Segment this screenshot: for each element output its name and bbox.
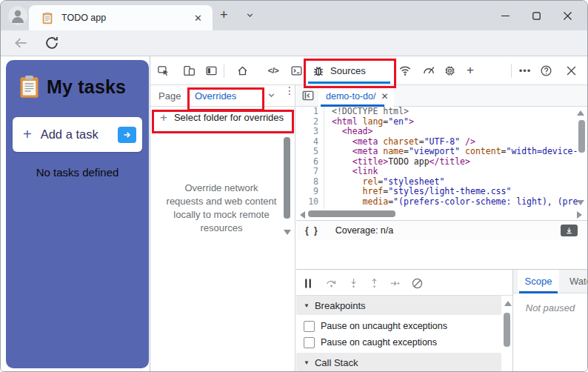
scroll-down-arrow-icon[interactable] (284, 230, 291, 235)
line-code: <!DOCTYPE html> (326, 107, 409, 117)
tab-close-icon[interactable]: ✕ (191, 13, 205, 24)
minimize-button[interactable] (490, 1, 521, 30)
refresh-button[interactable] (44, 35, 60, 51)
editor-hscrollbar[interactable] (296, 209, 587, 219)
tab-overrides[interactable]: Overrides (195, 90, 236, 102)
download-arrow-icon (565, 227, 573, 235)
network-panel-icon[interactable] (396, 62, 414, 79)
performance-panel-icon[interactable] (420, 62, 438, 79)
navigator-menu-kebab-icon[interactable]: ⋮ (284, 88, 295, 93)
help-icon[interactable] (537, 62, 555, 79)
inspect-icon[interactable] (154, 62, 172, 79)
line-number[interactable]: 3 (296, 127, 326, 137)
tab-scope[interactable]: Scope (518, 270, 559, 293)
back-button[interactable] (13, 35, 29, 51)
bug-icon (312, 64, 325, 78)
clipboard-icon (19, 75, 39, 99)
dock-side-icon[interactable] (202, 62, 220, 79)
scope-status: Not paused (513, 302, 587, 313)
scroll-up-arrow-icon[interactable] (504, 301, 512, 306)
scroll-up-arrow-icon[interactable] (577, 110, 584, 116)
add-task-button[interactable]: + Add a task (13, 117, 142, 152)
line-code: rel="stylesheet" (326, 177, 444, 187)
line-code: <meta charset="UTF-8" /> (326, 137, 475, 147)
step-into-icon[interactable] (345, 275, 361, 291)
line-code: <link (326, 167, 378, 177)
scope-tab-bar: Scope Watch (513, 270, 587, 293)
welcome-home-icon[interactable] (233, 62, 251, 79)
pause-uncaught-row[interactable]: Pause on uncaught exceptions (296, 319, 501, 333)
tab-title: TODO app (61, 13, 191, 23)
editor-hscrollbar-thumb[interactable] (308, 210, 395, 217)
scroll-left-arrow-icon[interactable] (300, 211, 305, 219)
call-stack-label: Call Stack (315, 357, 358, 368)
step-out-icon[interactable] (366, 275, 382, 291)
more-tools-plus-icon[interactable]: + (461, 62, 479, 79)
deactivate-breakpoints-icon[interactable] (409, 275, 425, 291)
sources-navigator-pane: Page Overrides ⋮ + Select folder for ove… (150, 85, 295, 371)
memory-panel-icon[interactable] (441, 62, 458, 79)
line-number[interactable]: 9 (296, 187, 326, 197)
browser-window: TODO app ✕ + https://microsoftedge.githu… (0, 0, 588, 372)
maximize-button[interactable] (521, 1, 552, 30)
editor-tab-bar: demo-to-do/ ✕ (296, 85, 587, 107)
profile-avatar[interactable] (8, 6, 27, 25)
overrides-description: Override network requests and web conten… (165, 182, 278, 235)
code-line: 6 <title>TODO app</title> (296, 157, 587, 167)
devtools-menu-icon[interactable]: ••• (516, 62, 534, 79)
device-emulation-icon[interactable] (180, 62, 198, 79)
close-devtools-icon[interactable] (562, 62, 580, 79)
browser-tab[interactable]: TODO app ✕ (29, 5, 213, 30)
pause-caught-label: Pause on caught exceptions (321, 337, 437, 348)
collapse-triangle-icon: ▼ (304, 359, 310, 366)
line-number[interactable]: 5 (296, 147, 326, 157)
scroll-down-arrow-icon[interactable] (577, 200, 584, 205)
debugger-scrollbar-thumb[interactable] (504, 313, 510, 347)
file-tab-demo-to-do[interactable]: demo-to-do/ ✕ (318, 85, 394, 107)
close-window-button[interactable] (552, 1, 583, 30)
code-line: 9 href="styles/light-theme.css" (296, 187, 587, 197)
pause-uncaught-checkbox[interactable] (304, 321, 315, 332)
editor-vscrollbar-thumb[interactable] (578, 120, 585, 153)
new-tab-button[interactable]: + (220, 7, 228, 23)
line-number[interactable]: 6 (296, 157, 326, 167)
line-number[interactable]: 7 (296, 167, 326, 177)
console-panel-icon[interactable] (287, 62, 305, 79)
step-over-icon[interactable] (323, 275, 339, 291)
submit-task-button[interactable] (118, 127, 136, 143)
sources-tab-label: Sources (330, 65, 366, 76)
tab-page[interactable]: Page (158, 90, 181, 102)
line-code: <head> (326, 127, 372, 137)
file-tab-close-icon[interactable]: ✕ (381, 91, 388, 102)
pretty-print-icon[interactable]: { } (305, 225, 319, 236)
download-overrides-button[interactable] (561, 225, 578, 236)
toolbar-separator (511, 64, 512, 78)
pause-caught-checkbox[interactable] (304, 337, 315, 348)
pause-caught-row[interactable]: Pause on caught exceptions (296, 335, 501, 350)
code-line: 7 <link (296, 167, 587, 177)
tab-watch[interactable]: Watch (569, 276, 588, 287)
code-line: 8 rel="stylesheet" (296, 177, 587, 187)
line-number[interactable]: 4 (296, 137, 326, 147)
step-icon[interactable] (387, 275, 403, 291)
sources-active-underline (308, 82, 390, 84)
navigator-scrollbar-thumb[interactable] (284, 137, 290, 219)
line-number[interactable]: 8 (296, 177, 326, 187)
select-folder-button[interactable]: + Select folder for overrides (150, 107, 295, 128)
call-stack-header[interactable]: ▼ Call Stack (296, 353, 501, 372)
my-tasks-panel: My tasks + Add a task No tasks defined (6, 60, 149, 368)
line-number[interactable]: 2 (296, 117, 326, 127)
elements-panel-icon[interactable]: </> (264, 62, 282, 79)
code-editor[interactable]: 1<!DOCTYPE html>2<html lang="en">3 <head… (296, 107, 587, 209)
add-task-label: Add a task (41, 127, 118, 142)
collapse-triangle-icon: ▼ (304, 302, 310, 309)
more-tabs-chevron-icon[interactable] (267, 90, 276, 100)
tab-list-chevron-icon[interactable] (245, 10, 255, 20)
scroll-right-arrow-icon[interactable] (577, 211, 582, 219)
pause-script-icon[interactable] (300, 275, 316, 291)
line-number[interactable]: 1 (296, 107, 326, 117)
toggle-navigator-icon[interactable] (301, 89, 315, 102)
scope-tab-label: Scope (525, 276, 552, 287)
line-number[interactable]: 10 (296, 197, 326, 207)
breakpoints-header[interactable]: ▼ Breakpoints (296, 296, 501, 315)
